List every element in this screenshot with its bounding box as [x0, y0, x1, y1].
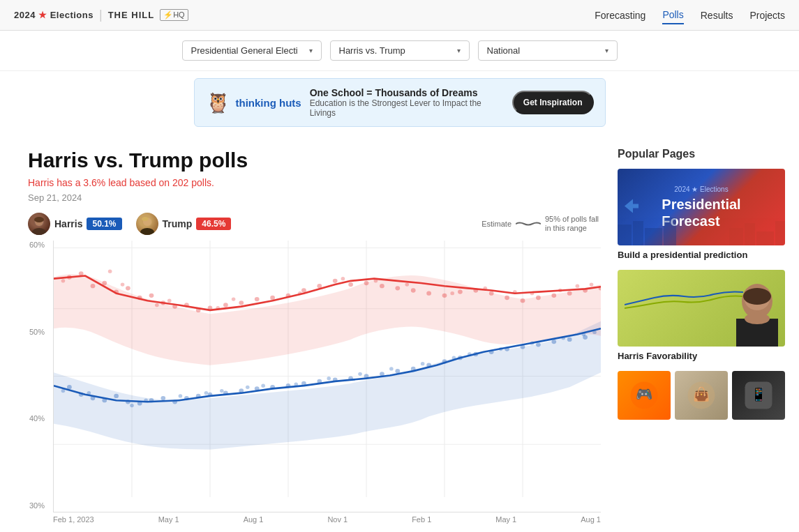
chart-area: [53, 241, 601, 512]
y-axis: 60% 50% 40% 30%: [29, 241, 45, 524]
harris-favorability-card[interactable]: Harris Favorability: [618, 270, 785, 361]
svg-point-60: [114, 394, 119, 398]
svg-point-123: [389, 367, 394, 370]
trump-name: Trump: [163, 218, 193, 229]
svg-point-46: [458, 289, 463, 294]
chart-svg: [54, 241, 601, 512]
svg-point-32: [239, 301, 244, 305]
harris-fav-bg: [618, 270, 785, 347]
svg-point-118: [246, 386, 250, 389]
ad-headline: One School = Thousands of Dreams: [310, 87, 504, 98]
bottom-card-1[interactable]: 🎮: [618, 371, 671, 420]
svg-point-23: [126, 286, 130, 290]
svg-point-122: [358, 372, 362, 376]
svg-text:📱: 📱: [750, 386, 768, 402]
trump-avatar: [136, 213, 158, 235]
y-label-50: 50%: [29, 328, 45, 336]
chart-wrapper: 60% 50% 40% 30%: [53, 241, 601, 524]
sidebar: Popular Pages 2024 ★ Elections President…: [618, 148, 785, 524]
svg-point-5: [140, 228, 154, 235]
lead-text: Harris has a 3.6% lead based on 202 poll…: [28, 177, 601, 188]
svg-point-109: [576, 284, 580, 288]
svg-point-7: [142, 217, 149, 221]
matchup-dropdown[interactable]: Harris vs. Trump ▾: [330, 40, 470, 61]
svg-point-124: [421, 362, 425, 365]
thehill-logo: THE HILL: [108, 10, 155, 20]
header-divider: |: [99, 8, 103, 22]
svg-point-143: [743, 288, 771, 305]
svg-point-3: [34, 217, 44, 222]
svg-rect-137: [745, 223, 755, 245]
presidential-forecast-card[interactable]: 2024 ★ Elections PresidentialForecast: [618, 169, 785, 260]
svg-point-117: [220, 389, 224, 393]
brand-year: 2024: [14, 10, 36, 20]
svg-point-97: [167, 299, 172, 303]
svg-point-94: [108, 270, 112, 273]
svg-point-43: [411, 288, 416, 292]
svg-point-115: [179, 394, 183, 397]
presidential-forecast-label: Build a presidential prediction: [618, 250, 785, 260]
svg-point-48: [489, 291, 494, 296]
ad-banner: 🦉 thinking huts One School = Thousands o…: [194, 78, 606, 127]
svg-point-31: [223, 303, 228, 307]
svg-point-104: [450, 291, 454, 295]
ad-subtext: Education is the Strongest Lever to Impa…: [310, 98, 504, 118]
nav-projects[interactable]: Projects: [749, 7, 785, 24]
svg-rect-134: [645, 228, 662, 245]
svg-point-96: [155, 303, 159, 307]
harris-badge: 50.1%: [87, 218, 121, 230]
harris-fav-label: Harris Favorability: [618, 351, 785, 361]
bottom-card-2[interactable]: 👜: [675, 371, 728, 420]
svg-point-20: [91, 284, 96, 288]
svg-point-80: [395, 369, 400, 373]
svg-point-50: [521, 298, 525, 303]
x-axis: Feb 1, 2023 May 1 Aug 1 Nov 1 Feb 1 May …: [53, 512, 601, 524]
svg-point-121: [327, 377, 331, 380]
svg-point-49: [505, 296, 509, 300]
sidebar-title: Popular Pages: [618, 148, 785, 160]
harris-candidate: Harris 50.1%: [28, 213, 122, 235]
candidates-row: Harris 50.1% Trump 46.5% Estimate: [28, 213, 601, 235]
filter-bar: Presidential General Electi ▾ Harris vs.…: [0, 31, 799, 71]
svg-point-42: [395, 286, 400, 290]
election-type-dropdown[interactable]: Presidential General Electi ▾: [182, 40, 322, 61]
elections-label: Elections: [50, 10, 94, 20]
bottom-cards-row: 🎮 👜 📱: [618, 371, 785, 420]
svg-rect-138: [756, 231, 774, 245]
svg-rect-132: [618, 225, 632, 245]
svg-point-52: [551, 294, 556, 298]
ad-cta-button[interactable]: Get Inspiration: [512, 91, 594, 114]
svg-rect-135: [664, 218, 676, 245]
svg-point-145: [745, 313, 770, 324]
svg-marker-140: [625, 199, 639, 213]
nav-polls[interactable]: Polls: [662, 6, 683, 24]
svg-point-99: [232, 297, 236, 301]
x-label-feb1: Feb 1: [412, 515, 431, 524]
nav-forecasting[interactable]: Forecasting: [595, 7, 645, 24]
ad-bird-icon: 🦉: [206, 91, 230, 114]
region-dropdown[interactable]: National ▾: [478, 40, 618, 61]
bottom-card-3[interactable]: 📱: [732, 371, 785, 420]
chevron-down-icon-2: ▾: [457, 47, 461, 54]
svg-rect-133: [633, 221, 643, 245]
region-value: National: [487, 45, 521, 56]
nav-results[interactable]: Results: [701, 7, 733, 24]
svg-point-51: [536, 296, 541, 300]
ad-brand-name: thinking huts: [236, 97, 301, 109]
main-content: Harris vs. Trump polls Harris has a 3.6%…: [0, 134, 799, 532]
harris-avatar: [28, 213, 50, 235]
election-type-value: Presidential General Electi: [191, 45, 298, 56]
svg-text:🎮: 🎮: [636, 386, 653, 402]
harris-name: Harris: [54, 218, 82, 229]
ad-text: One School = Thousands of Dreams Educati…: [310, 87, 504, 118]
svg-point-25: [149, 294, 154, 298]
trump-candidate: Trump 46.5%: [136, 213, 232, 235]
matchup-value: Harris vs. Trump: [339, 45, 405, 56]
harris-fav-image: [618, 270, 785, 347]
chart-section: Harris vs. Trump polls Harris has a 3.6%…: [28, 148, 601, 524]
x-label-feb23: Feb 1, 2023: [53, 515, 94, 524]
presidential-bg: 2024 ★ Elections PresidentialForecast: [618, 169, 785, 245]
range-label: 95% of polls fall in this range: [545, 215, 601, 233]
svg-point-38: [333, 279, 338, 283]
chevron-down-icon-3: ▾: [605, 47, 608, 54]
